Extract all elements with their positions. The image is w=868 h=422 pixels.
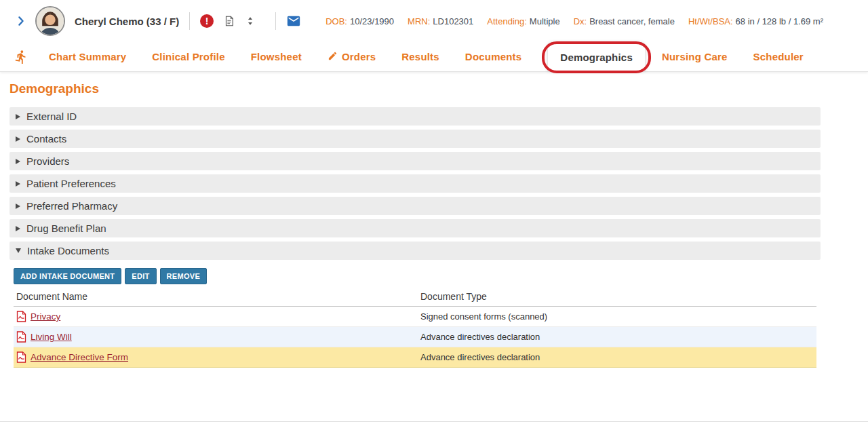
patient-demographic-fields: DOB:10/23/1990 MRN:LD102301 Attending:Mu…: [326, 16, 823, 26]
pdf-icon[interactable]: [16, 311, 26, 322]
page-title: Demographics: [9, 81, 868, 96]
document-link[interactable]: Advance Directive Form: [31, 352, 128, 362]
htwtbsa-field: Ht/Wt/BSA:68 in / 128 lb / 1.69 m²: [688, 16, 823, 26]
dob-label: DOB:: [326, 16, 347, 26]
pencil-icon: [328, 51, 338, 63]
section-drug-benefit-plan[interactable]: Drug Benefit Plan: [9, 219, 821, 237]
document-type: Advance directives declaration: [420, 332, 816, 342]
expand-banner-chevron-icon[interactable]: [15, 15, 27, 27]
tab-orders-label: Orders: [342, 51, 376, 62]
section-preferred-pharmacy[interactable]: Preferred Pharmacy: [9, 197, 821, 215]
chart-tab-bar: Chart Summary Clinical Profile Flowsheet…: [0, 42, 868, 72]
collapsed-triangle-icon: [16, 226, 20, 231]
table-row-privacy[interactable]: Privacy Signed consent forms (scanned): [14, 307, 816, 327]
tab-chart-summary[interactable]: Chart Summary: [49, 51, 126, 62]
divider: [189, 12, 190, 30]
dx-field: Dx:Breast cancer, female: [574, 16, 675, 26]
edit-button[interactable]: EDIT: [125, 268, 156, 284]
document-type: Advance directives declaration: [420, 352, 816, 362]
mail-icon[interactable]: [286, 14, 301, 28]
dx-label: Dx:: [574, 16, 587, 26]
collapsed-triangle-icon: [16, 136, 20, 142]
collapsed-triangle-icon: [16, 159, 20, 164]
tab-clinical-profile[interactable]: Clinical Profile: [152, 51, 224, 62]
section-label: External ID: [26, 111, 77, 122]
tab-results[interactable]: Results: [401, 51, 439, 62]
collapsed-triangle-icon: [16, 204, 20, 209]
tab-orders[interactable]: Orders: [328, 51, 376, 63]
add-intake-document-button[interactable]: ADD INTAKE DOCUMENT: [14, 268, 121, 284]
tab-nursing-care[interactable]: Nursing Care: [662, 51, 728, 62]
patient-banner: Cheryl Chemo (33 / F) ! DOB:10/23/1990 M…: [0, 0, 868, 42]
tab-flowsheet[interactable]: Flowsheet: [251, 51, 302, 62]
mrn-value: LD102301: [433, 16, 473, 26]
section-providers[interactable]: Providers: [9, 152, 821, 170]
sort-arrows-icon[interactable]: [245, 16, 256, 26]
tab-demographics-label: Demographics: [560, 52, 633, 63]
column-document-name: Document Name: [14, 291, 420, 302]
section-label: Drug Benefit Plan: [26, 223, 106, 234]
tab-scheduler[interactable]: Scheduler: [753, 51, 804, 62]
tab-documents[interactable]: Documents: [465, 51, 521, 62]
section-label: Contacts: [26, 133, 66, 145]
section-intake-documents[interactable]: Intake Documents: [9, 242, 821, 260]
section-label: Preferred Pharmacy: [26, 200, 117, 212]
table-row-living-will[interactable]: Living Will Advance directives declarati…: [14, 327, 816, 347]
pdf-icon[interactable]: [16, 351, 26, 363]
document-type: Signed consent forms (scanned): [420, 311, 816, 322]
remove-button[interactable]: REMOVE: [160, 268, 207, 284]
patient-avatar[interactable]: [35, 6, 65, 36]
patient-name: Cheryl Chemo (33 / F): [75, 16, 179, 27]
pdf-icon[interactable]: [16, 331, 26, 343]
htwtbsa-value: 68 in / 128 lb / 1.69 m²: [736, 16, 823, 26]
attending-value: Multiple: [530, 16, 560, 26]
column-document-type: Document Type: [420, 291, 816, 302]
table-row-advance-directive-form[interactable]: Advance Directive Form Advance directive…: [14, 347, 816, 368]
tab-demographics[interactable]: Demographics: [547, 42, 646, 71]
document-icon[interactable]: [223, 15, 235, 27]
section-patient-preferences[interactable]: Patient Preferences: [9, 174, 821, 193]
htwtbsa-label: Ht/Wt/BSA:: [688, 16, 733, 26]
section-external-id[interactable]: External ID: [9, 107, 821, 126]
collapsed-triangle-icon: [16, 181, 20, 187]
dob-value: 10/23/1990: [350, 16, 394, 26]
runner-icon[interactable]: [14, 50, 28, 64]
attending-field: Attending:Multiple: [487, 16, 559, 26]
mosaiq-app-window: Cheryl Chemo (33 / F) ! DOB:10/23/1990 M…: [0, 0, 868, 422]
expanded-triangle-icon: [16, 248, 21, 253]
document-link[interactable]: Living Will: [31, 332, 72, 342]
divider: [275, 12, 276, 30]
document-link[interactable]: Privacy: [31, 311, 60, 322]
mrn-field: MRN:LD102301: [408, 16, 473, 26]
attending-label: Attending:: [487, 16, 527, 26]
collapsed-triangle-icon: [16, 114, 20, 119]
accordion-sections: External ID Contacts Providers Patient P…: [0, 107, 868, 260]
dob-field: DOB:10/23/1990: [326, 16, 394, 26]
section-label: Intake Documents: [27, 245, 109, 256]
section-label: Providers: [26, 155, 69, 167]
dx-value: Breast cancer, female: [589, 16, 675, 26]
documents-table-header: Document Name Document Type: [14, 291, 816, 307]
section-contacts[interactable]: Contacts: [9, 130, 821, 148]
alert-icon[interactable]: !: [200, 14, 214, 28]
intake-toolbar: ADD INTAKE DOCUMENT EDIT REMOVE: [14, 268, 816, 284]
mrn-label: MRN:: [408, 16, 430, 26]
section-label: Patient Preferences: [26, 178, 116, 189]
intake-documents-panel: ADD INTAKE DOCUMENT EDIT REMOVE Document…: [14, 268, 816, 368]
